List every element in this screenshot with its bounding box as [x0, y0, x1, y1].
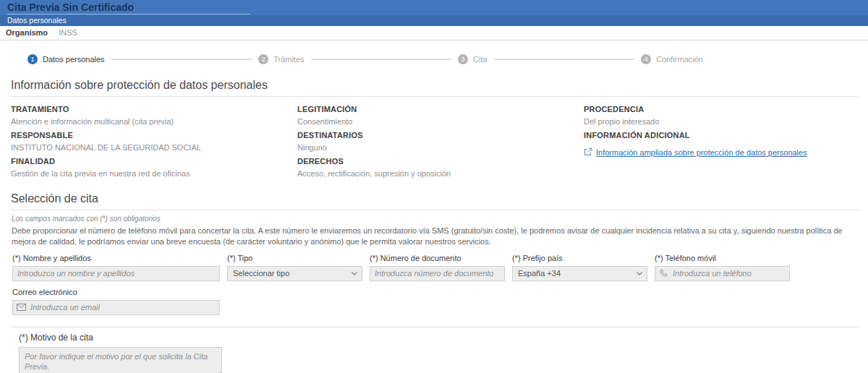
tipo-label: (*) Tipo	[227, 254, 362, 262]
selection-section-title: Selección de cita	[11, 192, 859, 210]
email-input-wrap	[12, 300, 220, 315]
organism-bar: Organismo INSS	[0, 26, 868, 40]
email-label: Correo electrónico	[12, 288, 220, 296]
external-link-icon	[584, 146, 592, 159]
privacy-col-procedencia: PROCEDENCIA Del propio interesado INFORM…	[584, 100, 859, 178]
email-input[interactable]	[12, 300, 220, 315]
field-nombre: (*) Nombre y apellidos	[12, 254, 220, 281]
app-title: Cita Previa Sin Certificado	[7, 2, 250, 14]
derechos-value: Acceso, rectificación, supresión y oposi…	[297, 169, 584, 178]
derechos-label: DERECHOS	[297, 157, 584, 166]
nombre-label: (*) Nombre y apellidos	[12, 254, 220, 262]
telefono-label: (*) Teléfono móvil	[655, 254, 790, 262]
field-numero-documento: (*) Número de documento	[370, 254, 505, 281]
destinatarios-value: Ninguno	[297, 143, 584, 152]
tipo-select-value: Seleccionar tipo	[233, 269, 289, 278]
documento-input[interactable]	[370, 266, 505, 281]
step-1-label: Datos personales	[43, 55, 105, 64]
privacy-link-row: Información ampliada sobre protección de…	[584, 146, 859, 159]
informacion-adicional-label: INFORMACIÓN ADICIONAL	[584, 131, 859, 140]
responsable-label: RESPONSABLE	[11, 131, 297, 140]
step-cita: 3 Cita	[458, 54, 488, 64]
telefono-input-wrap	[655, 266, 790, 281]
field-telefono-movil: (*) Teléfono móvil	[655, 254, 790, 281]
personal-data-row: (*) Nombre y apellidos (*) Tipo Seleccio…	[12, 254, 859, 281]
privacy-more-info-link[interactable]: Información ampliada sobre protección de…	[596, 148, 807, 157]
documento-label: (*) Número de documento	[370, 254, 505, 262]
wizard-stepper: 1 Datos personales 2 Trámites 3 Cita 4 C…	[27, 54, 703, 64]
chevron-down-icon	[352, 270, 357, 275]
motivo-label: (*) Motivo de la cita	[19, 333, 868, 343]
step-1-badge: 1	[27, 54, 38, 64]
nombre-input[interactable]	[12, 266, 220, 281]
step-4-label: Confirmación	[656, 55, 703, 64]
phone-intro-text: Debe proporcionar el número de teléfono …	[12, 226, 858, 247]
step-datos-personales: 1 Datos personales	[27, 54, 105, 64]
procedencia-label: PROCEDENCIA	[584, 105, 859, 113]
tratamiento-value: Atención e información multicanal (cita …	[11, 117, 297, 126]
responsable-value: INSTITUTO NACIONAL DE LA SEGURIDAD SOCIA…	[11, 143, 297, 152]
step-tramites: 2 Trámites	[258, 54, 304, 64]
app-header: Cita Previa Sin Certificado Datos person…	[0, 0, 868, 26]
tipo-select[interactable]: Seleccionar tipo	[227, 266, 362, 281]
field-correo-electronico: Correo electrónico	[12, 288, 220, 315]
prefijo-select[interactable]: España +34	[512, 266, 647, 281]
telefono-input[interactable]	[655, 266, 790, 281]
email-row: Correo electrónico	[12, 288, 859, 315]
procedencia-value: Del propio interesado	[584, 117, 859, 126]
finalidad-label: FINALIDAD	[11, 157, 297, 166]
privacy-col-legitimacion: LEGITIMACIÓN Consentimiento DESTINATARIO…	[297, 100, 584, 178]
organism-label: Organismo	[6, 28, 48, 37]
step-connector	[494, 59, 635, 60]
section-divider	[11, 327, 859, 327]
step-2-badge: 2	[258, 54, 268, 64]
legitimacion-value: Consentimiento	[297, 117, 584, 126]
breadcrumb-subtitle: Datos personales	[0, 15, 868, 26]
motivo-textarea[interactable]	[19, 347, 222, 373]
privacy-grid: TRATAMIENTO Atención e información multi…	[11, 100, 859, 178]
legitimacion-label: LEGITIMACIÓN	[297, 105, 584, 113]
step-connector	[111, 59, 252, 60]
privacy-col-tratamiento: TRATAMIENTO Atención e información multi…	[11, 100, 297, 178]
required-fields-note: Los campos marcados con (*) son obligato…	[12, 215, 859, 223]
destinatarios-label: DESTINATARIOS	[297, 131, 584, 140]
field-prefijo-pais: (*) Prefijo país España +34	[512, 254, 647, 281]
tratamiento-label: TRATAMIENTO	[11, 105, 297, 113]
field-tipo-documento: (*) Tipo Seleccionar tipo	[227, 254, 362, 281]
step-3-label: Cita	[473, 55, 488, 64]
step-2-label: Trámites	[273, 55, 304, 64]
chevron-down-icon	[637, 270, 642, 275]
step-4-badge: 4	[641, 54, 651, 64]
prefijo-select-value: España +34	[518, 269, 561, 278]
organism-value: INSS	[59, 28, 77, 37]
step-3-badge: 3	[458, 54, 468, 64]
finalidad-value: Gestión de la cita previa en nuestra red…	[11, 169, 297, 178]
motivo-block: (*) Motivo de la cita El Motivo de la ci…	[19, 333, 868, 373]
step-connector	[311, 59, 452, 60]
privacy-section-title: Información sobre protección de datos pe…	[11, 79, 859, 97]
prefijo-label: (*) Prefijo país	[512, 254, 647, 262]
step-confirmacion: 4 Confirmación	[641, 54, 703, 64]
